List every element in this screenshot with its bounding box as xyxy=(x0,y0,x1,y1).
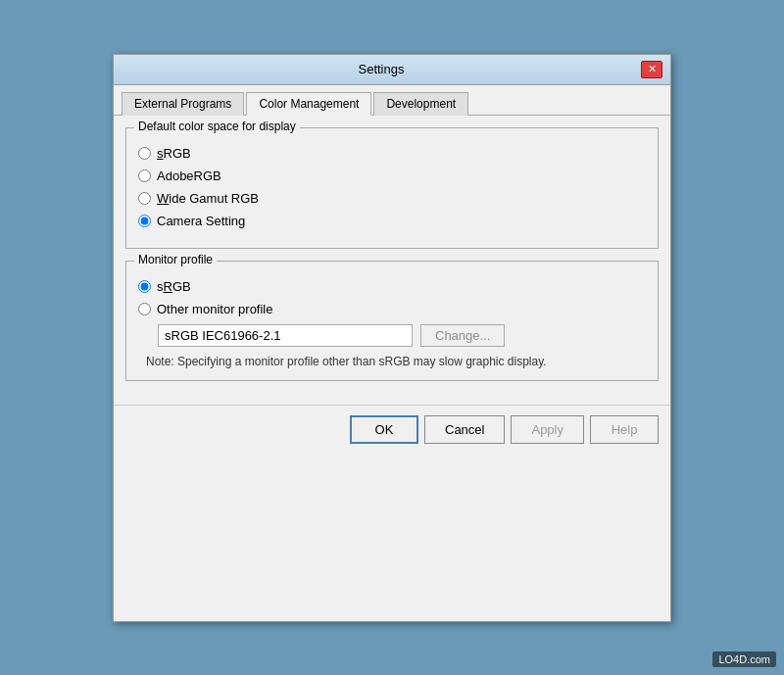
radio-srgb-monitor[interactable] xyxy=(138,280,151,293)
radio-item-widegamut[interactable]: Wide Gamut RGB xyxy=(138,191,646,206)
radio-widegamut[interactable] xyxy=(138,192,151,205)
monitor-profile-group: Monitor profile sRGB Other monitor profi… xyxy=(125,261,659,381)
title-bar: Settings ✕ xyxy=(114,55,670,85)
tab-development[interactable]: Development xyxy=(373,92,468,116)
cancel-button[interactable]: Cancel xyxy=(424,415,505,444)
radio-other-monitor-label[interactable]: Other monitor profile xyxy=(157,302,273,316)
radio-srgb-label[interactable]: sRGB xyxy=(157,146,191,161)
apply-button[interactable]: Apply xyxy=(511,415,584,444)
tab-bar: External Programs Color Management Devel… xyxy=(114,85,670,116)
tab-external-programs[interactable]: External Programs xyxy=(122,92,244,116)
monitor-profile-title: Monitor profile xyxy=(134,253,217,266)
radio-other-monitor[interactable] xyxy=(138,303,151,315)
color-space-options: sRGB AdobeRGB Wide Gamut RGB Camera Sett… xyxy=(138,146,646,228)
radio-srgb-monitor-label[interactable]: sRGB xyxy=(157,279,191,294)
change-button[interactable]: Change... xyxy=(420,324,505,347)
settings-window: Settings ✕ External Programs Color Manag… xyxy=(113,54,671,622)
radio-camera-label[interactable]: Camera Setting xyxy=(157,214,245,228)
monitor-profile-input[interactable] xyxy=(158,324,413,347)
radio-item-adobergb[interactable]: AdobeRGB xyxy=(138,169,646,183)
default-color-space-title: Default color space for display xyxy=(134,120,300,133)
ok-button[interactable]: OK xyxy=(350,415,418,444)
radio-item-other-monitor[interactable]: Other monitor profile xyxy=(138,302,646,316)
radio-item-srgb[interactable]: sRGB xyxy=(138,146,646,161)
close-button[interactable]: ✕ xyxy=(641,61,662,78)
radio-item-srgb-monitor[interactable]: sRGB xyxy=(138,279,646,294)
tab-content: Default color space for display sRGB Ado… xyxy=(114,116,670,405)
radio-item-camera[interactable]: Camera Setting xyxy=(138,214,646,228)
radio-srgb[interactable] xyxy=(138,147,151,160)
window-title: Settings xyxy=(122,62,641,76)
default-color-space-group: Default color space for display sRGB Ado… xyxy=(125,127,659,249)
monitor-profile-note: Note: Specifying a monitor profile other… xyxy=(146,355,646,368)
radio-adobergb-label[interactable]: AdobeRGB xyxy=(157,169,221,183)
monitor-input-row: Change... xyxy=(158,324,646,347)
radio-camera[interactable] xyxy=(138,215,151,227)
monitor-options: sRGB Other monitor profile Change... Not… xyxy=(138,279,646,368)
help-button[interactable]: Help xyxy=(590,415,659,444)
radio-widegamut-label[interactable]: Wide Gamut RGB xyxy=(157,191,259,206)
tab-color-management[interactable]: Color Management xyxy=(246,92,371,116)
watermark: LO4D.com xyxy=(712,651,776,667)
radio-adobergb[interactable] xyxy=(138,169,151,182)
button-bar: OK Cancel Apply Help xyxy=(114,405,670,454)
